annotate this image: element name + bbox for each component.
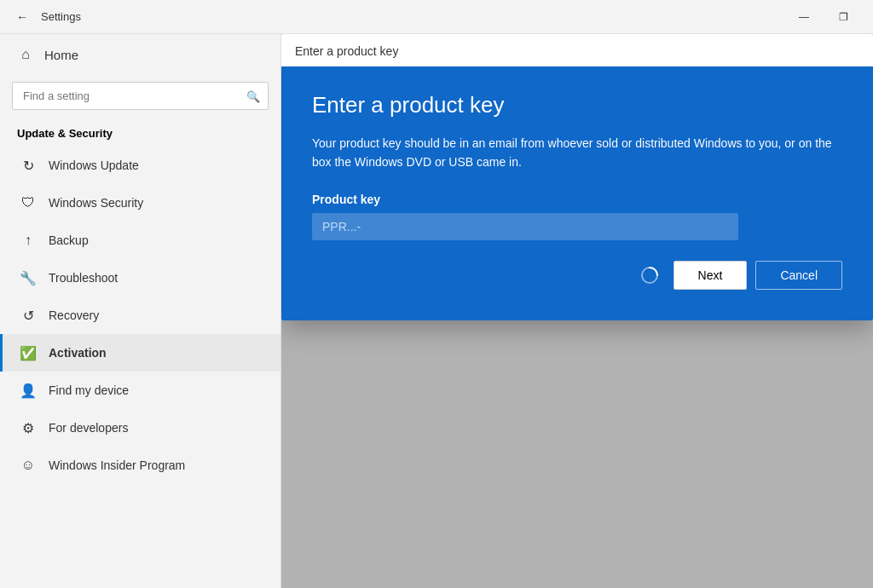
modal-footer: Next Cancel (312, 261, 842, 290)
sidebar-item-windows-security[interactable]: 🛡 Windows Security (0, 184, 280, 222)
sidebar-item-recovery[interactable]: ↺ Recovery (0, 297, 280, 334)
modal-title-text: Enter a product key (295, 44, 398, 58)
sidebar-item-windows-insider[interactable]: ☺ Windows Insider Program (0, 447, 280, 484)
sidebar-item-label: Windows Insider Program (49, 458, 185, 472)
home-icon: ⌂ (17, 46, 34, 63)
section-title: Update & Security (0, 120, 280, 147)
title-bar: ← Settings — ❐ (0, 0, 873, 34)
sidebar-item-label: Find my device (49, 383, 129, 397)
loading-spinner (639, 265, 660, 285)
main-layout: ⌂ Home 🔍 Update & Security ↻ Windows Upd… (0, 34, 873, 588)
modal-description: Your product key should be in an email f… (312, 134, 842, 172)
troubleshoot-icon: 🔧 (20, 269, 37, 286)
windows-update-icon: ↻ (20, 157, 37, 174)
app-title: Settings (41, 10, 81, 23)
sidebar-item-for-developers[interactable]: ⚙ For developers (0, 409, 280, 447)
recovery-icon: ↺ (20, 307, 37, 324)
sidebar-item-label: For developers (49, 421, 128, 435)
modal-title-bar: Enter a product key (281, 34, 873, 66)
backup-icon: ↑ (20, 232, 37, 249)
content-area: Activation Windows Edition Windows 10 Ho… (281, 34, 873, 588)
search-container: 🔍 (12, 82, 269, 110)
activation-icon: ✅ (20, 344, 37, 361)
home-label: Home (44, 48, 78, 62)
modal-heading: Enter a product key (312, 92, 842, 118)
windows-security-icon: 🛡 (20, 194, 37, 211)
sidebar-item-label: Recovery (49, 308, 99, 322)
sidebar-item-windows-update[interactable]: ↻ Windows Update (0, 147, 280, 184)
window-controls: — ❐ (784, 0, 863, 34)
search-icon: 🔍 (246, 89, 260, 102)
modal-overlay: Enter a product key Enter a product key … (281, 34, 873, 588)
cancel-button[interactable]: Cancel (755, 261, 842, 290)
sidebar: ⌂ Home 🔍 Update & Security ↻ Windows Upd… (0, 34, 281, 588)
search-input[interactable] (12, 82, 269, 110)
product-key-modal: Enter a product key Enter a product key … (281, 34, 873, 320)
product-key-input[interactable] (312, 213, 738, 240)
sidebar-item-find-my-device[interactable]: 👤 Find my device (0, 372, 280, 409)
sidebar-item-activation[interactable]: ✅ Activation (0, 334, 280, 372)
maximize-button[interactable]: ❐ (824, 0, 863, 34)
sidebar-item-label: Windows Security (49, 196, 143, 210)
sidebar-item-label: Activation (49, 346, 107, 360)
minimize-button[interactable]: — (784, 0, 824, 34)
modal-body: Enter a product key Your product key sho… (281, 66, 873, 320)
sidebar-item-backup[interactable]: ↑ Backup (0, 222, 280, 259)
windows-insider-icon: ☺ (20, 457, 37, 474)
find-my-device-icon: 👤 (20, 382, 37, 399)
sidebar-item-label: Troubleshoot (49, 271, 118, 285)
sidebar-item-label: Backup (49, 233, 89, 247)
sidebar-item-home[interactable]: ⌂ Home (0, 34, 280, 75)
sidebar-item-label: Windows Update (49, 159, 139, 172)
product-key-label: Product key (312, 193, 842, 206)
sidebar-item-troubleshoot[interactable]: 🔧 Troubleshoot (0, 259, 280, 297)
back-button[interactable]: ← (10, 5, 34, 29)
for-developers-icon: ⚙ (20, 419, 37, 436)
next-button[interactable]: Next (674, 261, 748, 290)
